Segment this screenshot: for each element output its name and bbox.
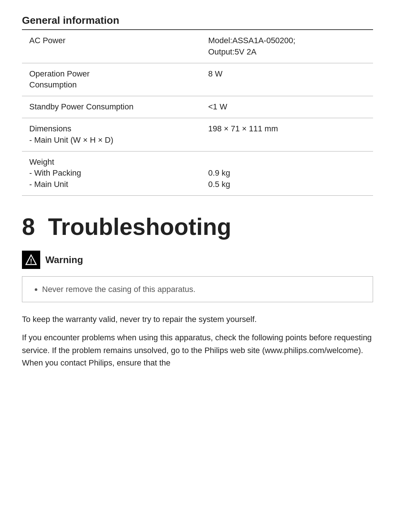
table-cell-value: <1 W: [204, 96, 373, 118]
info-table: AC Power Model:ASSA1A-050200;Output:5V 2…: [22, 30, 373, 196]
table-row: Dimensions- Main Unit (W × H × D) 198 × …: [22, 118, 373, 151]
chapter-heading: 8 Troubleshooting: [22, 214, 373, 240]
general-info-title: General information: [22, 15, 373, 30]
troubleshooting-section: 8 Troubleshooting ! Warning Never remove…: [22, 214, 373, 369]
chapter-number: 8: [22, 214, 35, 240]
table-cell-value: Model:ASSA1A-050200;Output:5V 2A: [204, 30, 373, 63]
warning-header: ! Warning: [22, 251, 373, 269]
table-cell-label: Standby Power Consumption: [22, 96, 204, 118]
list-item: Never remove the casing of this apparatu…: [42, 283, 364, 295]
warning-label: Warning: [45, 251, 83, 269]
table-row: Weight- With Packing- Main Unit 0.9 kg0.…: [22, 151, 373, 195]
table-row: AC Power Model:ASSA1A-050200;Output:5V 2…: [22, 30, 373, 63]
warning-triangle-icon: !: [25, 254, 37, 266]
table-cell-label: AC Power: [22, 30, 204, 63]
warning-icon-box: !: [22, 251, 40, 269]
general-info-section: General information AC Power Model:ASSA1…: [22, 15, 373, 196]
warning-box: Never remove the casing of this apparatu…: [22, 276, 373, 302]
table-cell-value: 0.9 kg0.5 kg: [204, 151, 373, 195]
table-cell-label: Weight- With Packing- Main Unit: [22, 151, 204, 195]
warning-list: Never remove the casing of this apparatu…: [31, 283, 364, 295]
table-cell-value: 8 W: [204, 63, 373, 96]
svg-text:!: !: [30, 258, 32, 265]
table-cell-label: Dimensions- Main Unit (W × H × D): [22, 118, 204, 151]
body-paragraph-2: If you encounter problems when using thi…: [22, 331, 373, 369]
table-row: Standby Power Consumption <1 W: [22, 96, 373, 118]
body-paragraph-1: To keep the warranty valid, never try to…: [22, 313, 373, 326]
table-row: Operation PowerConsumption 8 W: [22, 63, 373, 96]
table-cell-value: 198 × 71 × 111 mm: [204, 118, 373, 151]
chapter-title: Troubleshooting: [48, 214, 231, 240]
table-cell-label: Operation PowerConsumption: [22, 63, 204, 96]
